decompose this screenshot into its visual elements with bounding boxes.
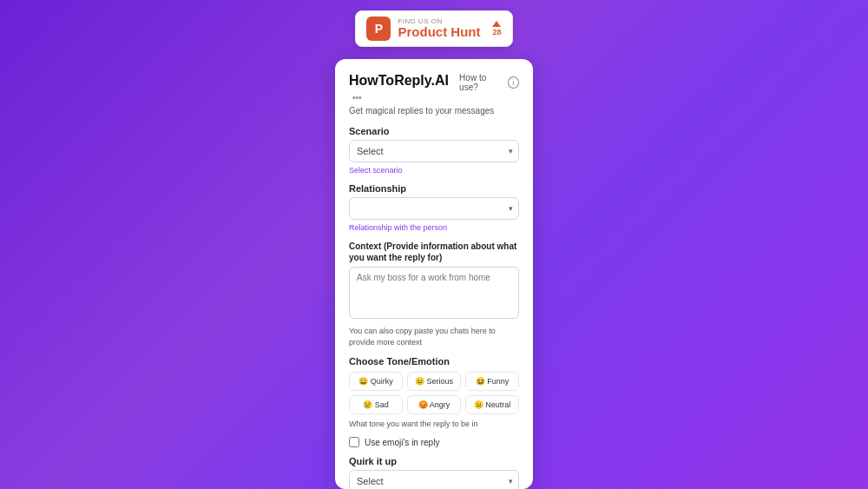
tone-sad-button[interactable]: 😢 Sad [349, 395, 403, 414]
ph-text-group: FIND US ON Product Hunt [398, 17, 480, 40]
context-label: Context (Provide information about what … [349, 241, 519, 263]
quirk-select-wrapper: Select Low Medium High ▾ [349, 470, 519, 489]
scenario-field: Scenario Select Work Personal Social Dat… [349, 126, 519, 175]
ph-logo-icon: P [366, 17, 391, 41]
app-title: HowToReply.AI [349, 73, 449, 88]
emoji-checkbox[interactable] [349, 437, 359, 447]
ph-product-hunt-label: Product Hunt [398, 25, 480, 40]
tone-field: Choose Tone/Emotion 😄 Quirky 😐 Serious 😆… [349, 356, 519, 428]
tone-funny-button[interactable]: 😆 Funny [465, 372, 519, 391]
relationship-field: Relationship Friend Colleague Boss Partn… [349, 183, 519, 232]
quirk-field: Quirk it up Select Low Medium High ▾ [349, 456, 519, 489]
product-hunt-banner[interactable]: P FIND US ON Product Hunt 28 [355, 10, 512, 47]
ph-upvote-icon [492, 21, 501, 27]
context-textarea[interactable] [349, 267, 519, 319]
emoji-option-label: Use emoji's in reply [365, 438, 439, 447]
quirk-select[interactable]: Select Low Medium High [349, 470, 519, 489]
relationship-select[interactable]: Friend Colleague Boss Partner Stranger [349, 197, 519, 220]
scenario-select[interactable]: Select Work Personal Social Dating [349, 140, 519, 162]
tone-grid: 😄 Quirky 😐 Serious 😆 Funny 😢 Sad 😡 Angry… [349, 372, 519, 414]
relationship-select-wrapper: Friend Colleague Boss Partner Stranger ▾ [349, 197, 519, 220]
emoji-option-row: Use emoji's in reply [349, 437, 519, 447]
app-subtitle: Get magical replies to your messages [349, 106, 519, 116]
tone-label: Choose Tone/Emotion [349, 356, 519, 367]
scenario-hint: Select scenario [349, 166, 519, 175]
tone-quirky-button[interactable]: 😄 Quirky [349, 372, 403, 391]
how-to-use-button[interactable]: How to use? i [459, 73, 519, 92]
quirk-label: Quirk it up [349, 456, 519, 466]
tone-serious-button[interactable]: 😐 Serious [407, 372, 461, 391]
relationship-label: Relationship [349, 183, 519, 194]
app-title-row: HowToReply.AI ••• [349, 73, 459, 104]
card-header: HowToReply.AI ••• How to use? i [349, 73, 519, 104]
main-card: HowToReply.AI ••• How to use? i Get magi… [335, 59, 533, 489]
tone-angry-button[interactable]: 😡 Angry [407, 395, 461, 414]
relationship-hint: Relationship with the person [349, 223, 519, 232]
app-title-dots: ••• [352, 93, 362, 102]
scenario-label: Scenario [349, 126, 519, 136]
tone-hint: What tone you want the reply to be in [349, 420, 519, 428]
scenario-select-wrapper: Select Work Personal Social Dating ▾ [349, 140, 519, 162]
ph-vote-count[interactable]: 28 [492, 21, 501, 36]
context-field: Context (Provide information about what … [349, 241, 519, 347]
context-hint: You can also copy paste you chats here t… [349, 326, 519, 347]
info-icon: i [508, 76, 519, 89]
tone-neutral-button[interactable]: 😐 Neutral [465, 395, 519, 414]
